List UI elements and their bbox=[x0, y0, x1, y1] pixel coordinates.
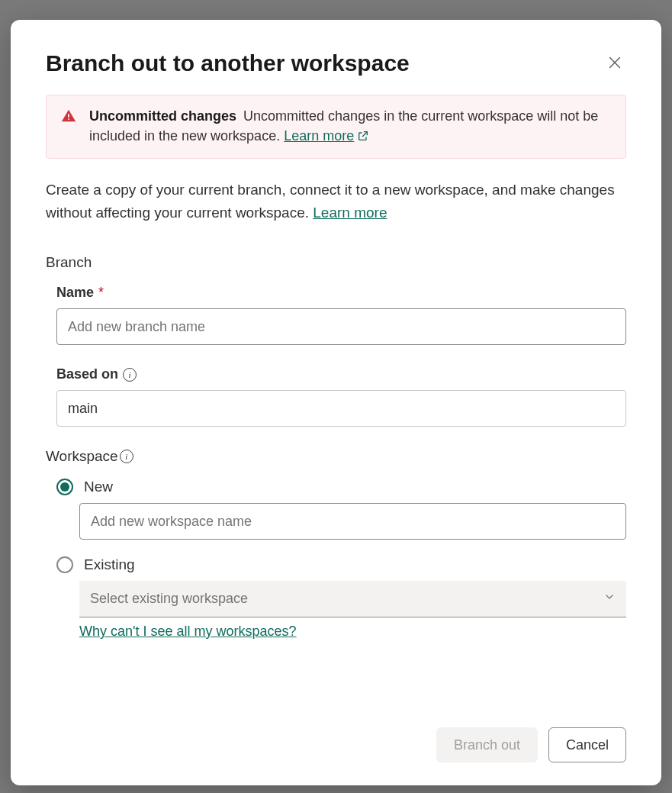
svg-rect-3 bbox=[68, 118, 69, 120]
close-button[interactable] bbox=[603, 51, 626, 76]
svg-rect-2 bbox=[68, 114, 69, 118]
workspace-section: Workspacei New Existing Select existing … bbox=[46, 448, 626, 656]
cancel-button[interactable]: Cancel bbox=[548, 727, 626, 762]
workspace-existing-option: Existing Select existing workspace Why c… bbox=[46, 556, 626, 640]
why-cant-see-link[interactable]: Why can't I see all my workspaces? bbox=[79, 624, 297, 640]
branch-out-button[interactable]: Branch out bbox=[436, 727, 538, 762]
close-icon bbox=[606, 62, 623, 73]
dialog-header: Branch out to another workspace bbox=[46, 50, 626, 76]
dialog-description: Create a copy of your current branch, co… bbox=[46, 179, 626, 224]
alert-text: Uncommitted changes Uncommitted changes … bbox=[89, 106, 612, 147]
workspace-existing-label: Existing bbox=[84, 556, 135, 573]
radio-existing[interactable] bbox=[56, 556, 73, 573]
based-on-input bbox=[56, 390, 626, 427]
dialog-footer: Branch out Cancel bbox=[46, 727, 626, 762]
workspace-section-label: Workspacei bbox=[46, 448, 626, 465]
branch-name-label: Name bbox=[56, 285, 94, 301]
workspace-new-label: New bbox=[84, 479, 113, 495]
info-icon[interactable]: i bbox=[123, 368, 137, 382]
new-workspace-name-input[interactable] bbox=[79, 503, 626, 540]
uncommitted-changes-alert: Uncommitted changes Uncommitted changes … bbox=[46, 95, 626, 159]
warning-icon bbox=[60, 108, 77, 124]
chevron-down-icon bbox=[603, 591, 616, 607]
branch-name-field: Name * bbox=[46, 285, 626, 345]
based-on-label: Based on bbox=[56, 366, 118, 382]
existing-workspace-select: Select existing workspace bbox=[79, 581, 626, 617]
existing-workspace-placeholder: Select existing workspace bbox=[90, 591, 248, 607]
required-indicator: * bbox=[98, 285, 104, 301]
info-icon[interactable]: i bbox=[120, 450, 133, 463]
branch-section-label: Branch bbox=[46, 254, 626, 271]
alert-heading: Uncommitted changes bbox=[89, 108, 236, 124]
branch-out-dialog: Branch out to another workspace Uncommit… bbox=[11, 20, 661, 785]
dialog-title: Branch out to another workspace bbox=[46, 50, 410, 76]
alert-learn-more-link[interactable]: Learn more bbox=[284, 128, 369, 143]
based-on-field: Based on i bbox=[46, 366, 626, 427]
description-learn-more-link[interactable]: Learn more bbox=[313, 205, 387, 221]
workspace-new-option: New bbox=[46, 479, 626, 540]
radio-new[interactable] bbox=[56, 479, 73, 495]
branch-name-input[interactable] bbox=[56, 308, 626, 345]
external-link-icon bbox=[357, 127, 369, 147]
branch-section: Branch Name * Based on i bbox=[46, 254, 626, 448]
